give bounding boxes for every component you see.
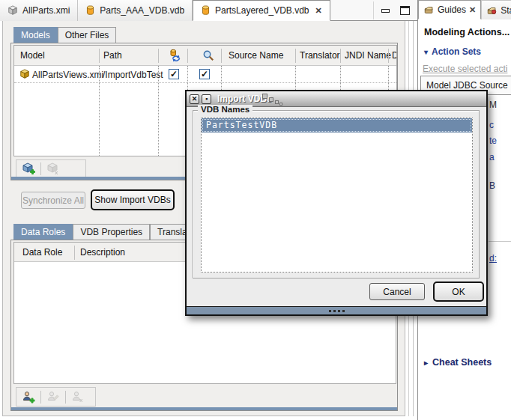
- models-table-header: Model Path Source Name Translator JNDI N…: [14, 46, 396, 66]
- section-title: Cheat Sheets: [432, 357, 492, 368]
- column-header-clipped[interactable]: D: [392, 50, 397, 61]
- title-decoration: [262, 94, 267, 99]
- clipped-text-fragment: a: [489, 152, 495, 162]
- editor-tab-parts-aaa-vdb[interactable]: Parts_AAA_VDB.vdb: [78, 0, 193, 21]
- title-decoration: [279, 103, 282, 106]
- data-roles-toolbar: x: [16, 387, 96, 407]
- editor-tab-partslayered-vdb-active[interactable]: PartsLayered_VDB.vdb ✕: [193, 0, 330, 21]
- dialog-resize-strip[interactable]: [187, 306, 486, 314]
- folder-selection-strip: [11, 407, 397, 410]
- vdb-cylinder-icon: [201, 5, 211, 16]
- tab-status-clipped[interactable]: Sta: [481, 0, 511, 19]
- editor-window-controls: [373, 1, 410, 19]
- model-cube-icon: [7, 5, 18, 16]
- tab-guides[interactable]: Guides ✕: [418, 0, 481, 19]
- execute-selected-action-link[interactable]: Execute selected acti: [423, 64, 511, 74]
- show-import-vdbs-button[interactable]: Show Import VDBs: [91, 189, 175, 210]
- section-divider: [489, 241, 511, 242]
- group-label: VDB Names: [198, 105, 253, 114]
- guides-icon: [423, 4, 435, 15]
- tab-label: Sta: [501, 5, 511, 16]
- clipped-link-fragment: d:: [489, 253, 497, 264]
- column-header-translator[interactable]: Translator: [300, 50, 340, 61]
- title-decoration: [275, 100, 279, 104]
- tab-data-roles[interactable]: Data Roles: [13, 224, 73, 240]
- chevron-down-icon: ▾: [424, 48, 428, 56]
- editor-tab-label: PartsLayered_VDB.vdb: [215, 5, 309, 16]
- cheat-sheets-section-toggle[interactable]: ▸ Cheat Sheets: [424, 357, 492, 368]
- sync-source-icon: [169, 49, 181, 62]
- remove-data-role-button-disabled[interactable]: x: [70, 389, 85, 404]
- column-header-source-name[interactable]: Source Name: [229, 50, 283, 61]
- status-icon: [486, 5, 498, 16]
- clipped-text-fragment: B: [489, 180, 495, 191]
- vdb-names-list[interactable]: PartsTestVDB: [201, 118, 473, 273]
- action-sets-section-toggle[interactable]: ▾ Action Sets: [424, 46, 481, 57]
- table-row[interactable]: AllPartsViews.xmi /ImportVdbTest ✓ ✓: [14, 66, 396, 83]
- tab-close-icon[interactable]: ✕: [469, 5, 476, 15]
- right-panel-tab-bar: Guides ✕ Sta: [418, 0, 511, 19]
- clipped-text-fragment: te: [489, 136, 497, 146]
- synchronized-checkbox[interactable]: ✓: [169, 69, 179, 79]
- model-cube-icon: [19, 69, 30, 79]
- add-data-role-button[interactable]: [21, 389, 36, 404]
- tab-other-files[interactable]: Other Files: [58, 27, 117, 43]
- remove-model-button-disabled[interactable]: x: [46, 161, 61, 176]
- column-header-model[interactable]: Model: [20, 50, 45, 61]
- edit-data-role-button-disabled[interactable]: [46, 389, 61, 404]
- editor-tab-bar: AllParts.xmi Parts_AAA_VDB.vdb PartsLaye…: [0, 0, 417, 21]
- import-vdbs-dialog: ✕ ▪ Import VDBs VDB Names PartsTestVDB C…: [185, 90, 488, 316]
- chevron-right-icon: ▸: [424, 359, 428, 367]
- svg-text:x: x: [55, 169, 58, 175]
- model-path-cell: /ImportVdbTest: [103, 70, 163, 80]
- svg-text:x: x: [79, 397, 83, 404]
- editor-tab-label: Parts_AAA_VDB.vdb: [100, 5, 184, 16]
- list-item-selected[interactable]: PartsTestVDB: [202, 118, 472, 133]
- visible-checkbox[interactable]: ✓: [199, 69, 210, 79]
- toolbar-separator: [65, 391, 66, 404]
- cancel-button[interactable]: Cancel: [369, 283, 425, 300]
- vdb-names-group: VDB Names PartsTestVDB: [193, 110, 480, 279]
- clipped-text-fragment: c: [489, 120, 494, 130]
- editor-tab-label: AllParts.xmi: [22, 5, 70, 16]
- visibility-magnifier-icon: [202, 49, 214, 61]
- dialog-close-icon[interactable]: ✕: [190, 94, 199, 104]
- section-title: Action Sets: [432, 46, 481, 57]
- minimize-icon[interactable]: [381, 9, 390, 13]
- synchronize-all-button[interactable]: Synchronize All: [21, 192, 85, 209]
- column-header-description[interactable]: Description: [80, 247, 125, 258]
- add-model-button[interactable]: [21, 161, 36, 176]
- workbench: AllParts.xmi Parts_AAA_VDB.vdb PartsLaye…: [0, 0, 511, 420]
- tab-label: Guides: [438, 4, 466, 15]
- title-decoration: [269, 97, 273, 102]
- toolbar-separator: [40, 162, 41, 175]
- model-name-cell: AllPartsViews.xmi: [32, 70, 103, 80]
- modeling-actions-heading: Modeling Actions...: [424, 27, 510, 37]
- tab-close-icon[interactable]: ✕: [315, 6, 321, 16]
- toolbar-separator: [40, 391, 41, 404]
- models-toolbar: x: [16, 159, 86, 177]
- maximize-icon[interactable]: [400, 6, 410, 15]
- column-header-jndi-name[interactable]: JNDI Name: [345, 50, 391, 61]
- tab-models[interactable]: Models: [13, 27, 58, 43]
- column-header-data-role[interactable]: Data Role: [22, 247, 62, 258]
- tab-vdb-properties[interactable]: VDB Properties: [73, 224, 150, 240]
- dialog-shade-icon[interactable]: ▪: [202, 94, 211, 104]
- clipped-text-fragment: M: [489, 100, 497, 110]
- ok-button[interactable]: OK: [433, 281, 484, 302]
- vdb-cylinder-icon: [85, 5, 95, 16]
- column-header-path[interactable]: Path: [103, 50, 122, 61]
- editor-tab-allparts[interactable]: AllParts.xmi: [0, 0, 78, 21]
